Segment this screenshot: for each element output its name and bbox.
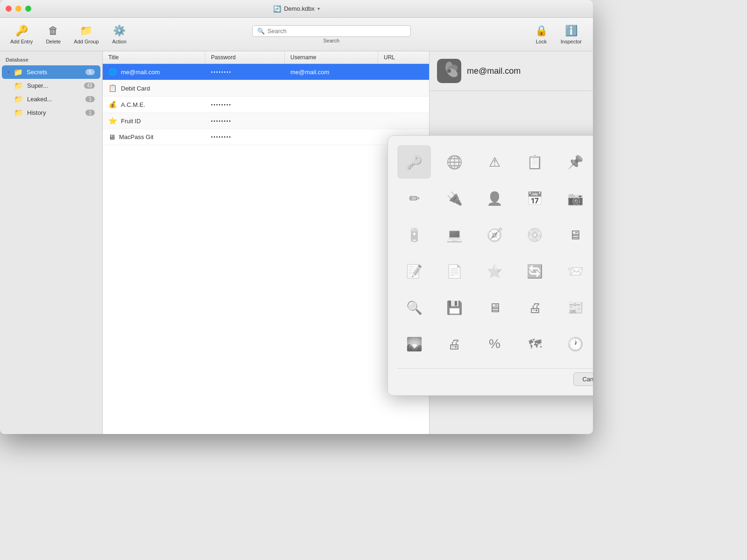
screen-icon[interactable]: 🖥: [478, 291, 512, 324]
entry-username-cell: [285, 84, 378, 92]
magnify-icon[interactable]: 🔍: [397, 291, 431, 324]
entry-username-cell: [285, 101, 378, 108]
col-password: Password: [205, 51, 285, 63]
sidebar-item-secrets[interactable]: ▾ 📁 Secrets 5: [2, 65, 100, 79]
warning-icon[interactable]: ⚠: [478, 145, 512, 179]
compass-icon[interactable]: 🧭: [478, 218, 512, 252]
entry-url-cell: [378, 84, 430, 92]
entry-password-cell: ••••••••: [205, 131, 285, 143]
sidebar-badge: 43: [84, 83, 95, 89]
grid-icon[interactable]: 📰: [558, 291, 592, 324]
sidebar-item-leaked[interactable]: 📁 Leaked... 1: [2, 92, 100, 106]
pencil-icon[interactable]: ✏: [397, 182, 431, 215]
sidebar-item-label: Leaked...: [27, 96, 82, 103]
inspector-title: me@mail.com: [467, 66, 521, 76]
sidebar-item-history[interactable]: 📁 History 1: [2, 106, 100, 119]
entry-password: ••••••••: [211, 119, 232, 124]
search-box[interactable]: 🔍: [252, 25, 411, 37]
list-icon[interactable]: 📋: [518, 145, 552, 179]
add-entry-button[interactable]: 🔑 Add Entry: [6, 22, 37, 47]
search-input[interactable]: [268, 28, 406, 35]
col-title: Title: [103, 51, 205, 63]
table-row[interactable]: ⭐ Fruit ID ••••••••: [103, 113, 429, 129]
entry-icon: 🌐: [108, 68, 117, 76]
sidebar-item-label: Super...: [27, 82, 80, 89]
entry-username-cell: me@mail.com: [285, 65, 378, 79]
entry-icon: 📋: [108, 84, 117, 92]
folder-icon: 📁: [14, 68, 23, 77]
map-icon[interactable]: 🗺: [518, 327, 552, 361]
entry-password-cell: ••••••••: [205, 115, 285, 127]
col-url: URL: [378, 51, 430, 63]
calendar-icon[interactable]: 📅: [518, 182, 552, 215]
printer-icon[interactable]: 🖨: [518, 291, 552, 324]
sidebar-item-label: Secrets: [27, 69, 82, 76]
sidebar-chevron-icon: ▾: [7, 70, 10, 75]
entry-password-cell: ••••••••: [205, 98, 285, 111]
laptop-icon[interactable]: 💻: [437, 218, 471, 252]
sidebar-item-label: History: [27, 109, 82, 116]
add-group-button[interactable]: 📁 Add Group: [69, 22, 103, 47]
icon-grid: 🔑🌐⚠📋📌💬🏢✏🔌👤📅📷📡🗝🔋💻🧭💿🖥✉⚙📝📄⭐🔄📨📊🚫🔍💾🖥🖨📰🧩🔧🌄🖨%🗺🕐…: [397, 145, 593, 361]
document-icon[interactable]: 📄: [437, 254, 471, 288]
action-icon: ⚙️: [113, 25, 126, 37]
sidebar-badge: 1: [85, 96, 95, 102]
cancel-button[interactable]: Cancel: [573, 372, 593, 386]
avatar: [437, 59, 461, 83]
globe-icon[interactable]: 🌐: [437, 145, 471, 179]
inspector-header: me@mail.com: [430, 51, 593, 91]
sidebar-item-super[interactable]: 📁 Super... 43: [2, 79, 100, 92]
entry-title: Debit Card: [121, 85, 150, 92]
desktop-icon[interactable]: 🌄: [397, 327, 431, 361]
table-row[interactable]: 💰 A.C.M.E. ••••••••: [103, 97, 429, 113]
entry-title: Fruit ID: [121, 118, 141, 125]
camera-icon[interactable]: 📷: [558, 182, 592, 215]
entry-title-cell: 📋 Debit Card: [103, 80, 205, 96]
title-bar: 🔄 Demo.kdbx ▾: [0, 0, 593, 18]
disc-icon[interactable]: 💿: [518, 218, 552, 252]
terminal-icon[interactable]: 💾: [437, 291, 471, 324]
entry-title-cell: 💰 A.C.M.E.: [103, 97, 205, 112]
entry-url-cell: [378, 68, 430, 76]
entry-list-header: Title Password Username URL: [103, 51, 429, 64]
entry-icon: 🖥: [108, 133, 115, 141]
table-row[interactable]: 📋 Debit Card: [103, 80, 429, 97]
entry-url-cell: [378, 101, 430, 108]
folder-icon: 📁: [14, 81, 23, 90]
pin-icon[interactable]: 📌: [558, 145, 592, 179]
minimize-button[interactable]: [15, 6, 21, 12]
key-icon[interactable]: 🔑: [397, 145, 431, 179]
close-button[interactable]: [6, 6, 12, 12]
window-controls[interactable]: [6, 6, 31, 12]
icon-picker: 🔑🌐⚠📋📌💬🏢✏🔌👤📅📷📡🗝🔋💻🧭💿🖥✉⚙📝📄⭐🔄📨📊🚫🔍💾🖥🖨📰🧩🔧🌄🖨%🗺🕐…: [388, 135, 593, 396]
star-icon[interactable]: ⭐: [478, 254, 512, 288]
svg-point-3: [447, 69, 451, 73]
table-row[interactable]: 🌐 me@mail.com •••••••• me@mail.com: [103, 64, 429, 80]
toolbar: 🔑 Add Entry 🗑 Delete 📁 Add Group ⚙️ Acti…: [0, 18, 593, 51]
title-text: Demo.kdbx: [284, 5, 315, 12]
refresh-icon[interactable]: 🔄: [518, 254, 552, 288]
search-label: Search: [323, 38, 339, 43]
inspector-button[interactable]: ℹ️ Inspector: [555, 22, 587, 47]
clock-icon[interactable]: 🕐: [558, 327, 592, 361]
server-icon[interactable]: 🖨: [437, 327, 471, 361]
search-icon: 🔍: [257, 28, 265, 35]
entry-title: A.C.M.E.: [121, 101, 145, 108]
entry-list: Title Password Username URL 🌐 me@mail.co…: [103, 51, 430, 434]
entry-password: ••••••••: [211, 70, 232, 75]
sidebar-badge: 1: [85, 110, 95, 116]
maximize-button[interactable]: [25, 6, 31, 12]
monitor-icon[interactable]: 🖥: [558, 218, 592, 252]
inbox-icon[interactable]: 📨: [558, 254, 592, 288]
plug-icon[interactable]: 🔌: [437, 182, 471, 215]
notes-icon[interactable]: 📝: [397, 254, 431, 288]
search-wrapper: 🔍 Search: [252, 25, 411, 43]
delete-button[interactable]: 🗑 Delete: [39, 22, 67, 47]
lock-button[interactable]: 🔒 Lock: [529, 22, 553, 47]
percent-icon[interactable]: %: [478, 327, 512, 361]
entry-url-cell: [378, 117, 430, 125]
contacts-icon[interactable]: 👤: [478, 182, 512, 215]
battery-icon[interactable]: 🔋: [397, 218, 431, 252]
table-row[interactable]: 🖥 MacPass Git ••••••••: [103, 129, 429, 145]
action-button[interactable]: ⚙️ Action: [106, 22, 134, 47]
